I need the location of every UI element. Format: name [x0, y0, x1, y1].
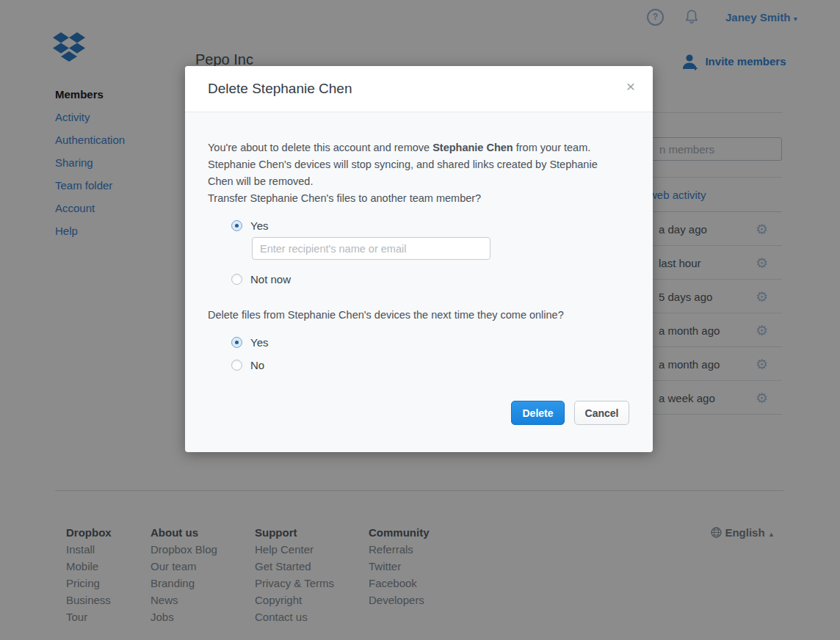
close-icon[interactable]: ×: [626, 78, 635, 95]
recipient-input[interactable]: [252, 237, 490, 260]
cancel-button[interactable]: Cancel: [574, 401, 629, 425]
delete-member-dialog: Delete Stephanie Chen × You're about to …: [185, 66, 653, 452]
intro-pre: You're about to delete this account and …: [208, 142, 432, 153]
transfer-files-question: Transfer Stephanie Chen's files to anoth…: [208, 192, 481, 204]
intro-member-name: Stephanie Chen: [432, 142, 513, 153]
delete-files-question: Delete files from Stephanie Chen's devic…: [208, 309, 564, 321]
delete-files-no-radio[interactable]: [231, 360, 242, 371]
delete-files-no-label[interactable]: No: [250, 359, 264, 371]
transfer-not-now-label[interactable]: Not now: [250, 273, 291, 286]
transfer-yes-label[interactable]: Yes: [250, 219, 268, 232]
transfer-yes-radio[interactable]: [231, 220, 242, 231]
dialog-intro-text: You're about to delete this account and …: [208, 139, 623, 190]
delete-button[interactable]: Delete: [511, 401, 565, 425]
dialog-title: Delete Stephanie Chen: [208, 81, 352, 97]
transfer-not-now-radio[interactable]: [231, 274, 242, 285]
delete-files-yes-label[interactable]: Yes: [250, 336, 268, 349]
dialog-header: Delete Stephanie Chen ×: [185, 66, 653, 112]
delete-files-yes-radio[interactable]: [231, 337, 242, 348]
